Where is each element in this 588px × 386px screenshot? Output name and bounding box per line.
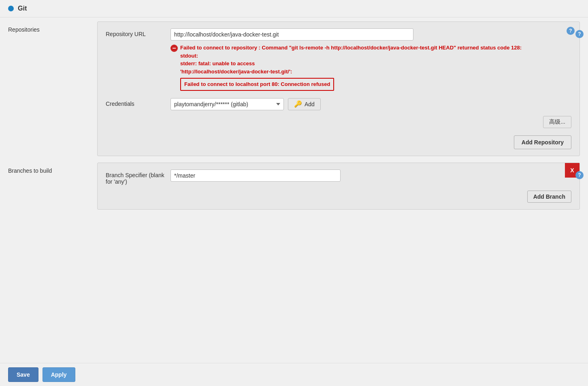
branches-section: Branches to build X Branch Specifier (bl… (8, 163, 580, 210)
bottom-bar: Save Apply (0, 363, 588, 386)
repository-url-wrap: ? − Failed to connect to repository : Co… (170, 28, 571, 92)
page-title: Git (18, 5, 27, 12)
error-main-text: Failed to connect to repository : Comman… (180, 45, 522, 75)
branch-action-row: Add Branch (106, 191, 571, 203)
repository-url-label: Repository URL (106, 28, 170, 37)
advanced-button[interactable]: 高级... (543, 116, 571, 128)
credentials-select[interactable]: playtomandjerry/****** (gitlab) - none - (170, 98, 284, 110)
error-block: − Failed to connect to repository : Comm… (170, 44, 571, 91)
add-button-label: Add (305, 101, 315, 107)
repo-buttons-col: 高级... Add Repository (106, 116, 571, 149)
add-branch-button[interactable]: Add Branch (527, 191, 571, 203)
branch-specifier-input[interactable] (170, 169, 341, 182)
repository-url-input[interactable] (170, 28, 413, 41)
save-button[interactable]: Save (8, 367, 38, 382)
repositories-section: Repositories ? Repository URL ? − (8, 21, 580, 156)
repositories-label: Repositories (8, 21, 97, 156)
repository-url-row: Repository URL ? − Failed to connect to … (106, 28, 571, 92)
branches-label: Branches to build (8, 163, 97, 210)
repository-url-help-icon[interactable]: ? (575, 30, 584, 38)
header-dot (8, 6, 14, 11)
apply-button[interactable]: Apply (43, 367, 75, 382)
error-text: Failed to connect to repository : Comman… (180, 44, 522, 91)
credentials-controls: playtomandjerry/****** (gitlab) - none -… (170, 98, 321, 110)
page-wrapper: Git Repositories ? Repository URL ? (0, 0, 588, 386)
branch-specifier-row: Branch Specifier (blank for 'any') ? (106, 169, 571, 185)
branch-specifier-wrap: ? (170, 169, 571, 182)
error-highlight-text: Failed to connect to localhost port 80: … (180, 78, 334, 91)
credentials-add-button[interactable]: 🔑 Add (288, 98, 321, 110)
credentials-label: Credentials (106, 98, 170, 107)
main-content: Repositories ? Repository URL ? − (0, 17, 588, 220)
repositories-panel: ? Repository URL ? − Failed to (97, 21, 580, 156)
add-repository-button[interactable]: Add Repository (514, 135, 571, 149)
branches-panel: X Branch Specifier (blank for 'any') ? A… (97, 163, 580, 210)
branch-specifier-label: Branch Specifier (blank for 'any') (106, 169, 170, 185)
branch-specifier-help-icon[interactable]: ? (575, 171, 584, 179)
key-icon: 🔑 (294, 100, 302, 108)
error-icon: − (170, 45, 178, 52)
credentials-row: Credentials playtomandjerry/****** (gitl… (106, 98, 571, 110)
page-header: Git (0, 0, 588, 17)
